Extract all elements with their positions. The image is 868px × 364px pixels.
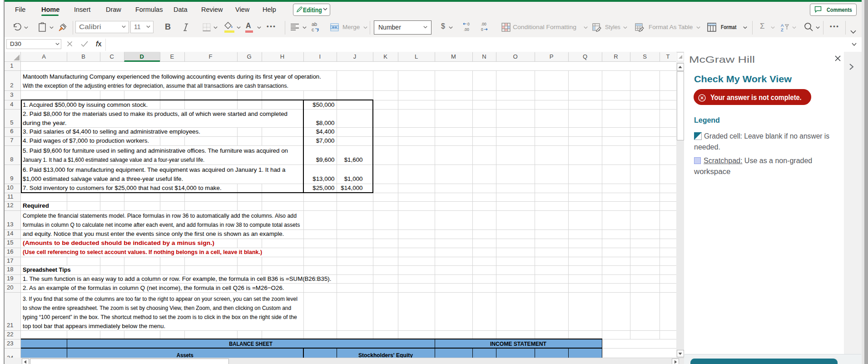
- svg-text:c: c: [312, 27, 314, 32]
- svg-text:0: 0: [467, 22, 470, 26]
- svg-text:Z: Z: [781, 27, 784, 32]
- svg-text:.00: .00: [464, 27, 469, 32]
- svg-text:.00: .00: [481, 22, 486, 26]
- svg-text:0: 0: [481, 27, 483, 32]
